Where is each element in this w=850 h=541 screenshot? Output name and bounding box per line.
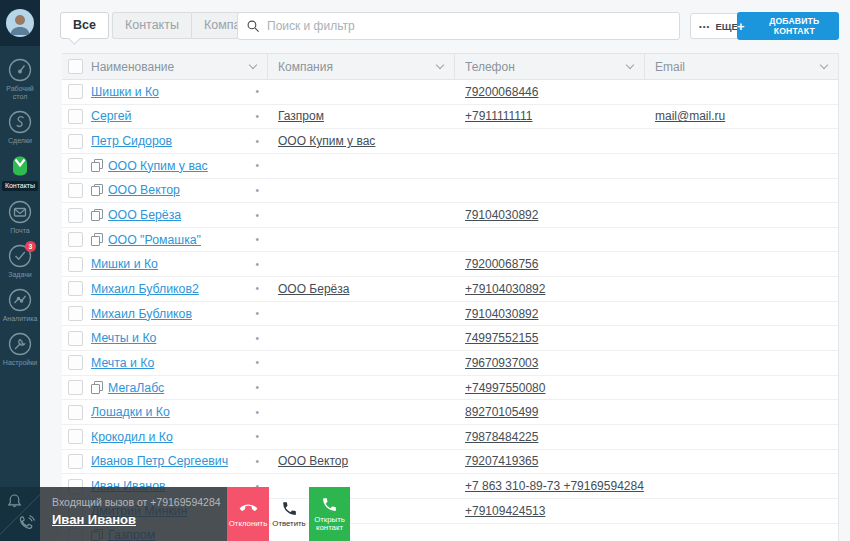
row-end-dot: • — [255, 357, 259, 368]
row-name-link[interactable]: МегаЛабс — [108, 381, 164, 395]
row-phone-link[interactable]: +7911111111 — [465, 109, 533, 123]
table-row: Сергей • Газпром +7911111111 mail@mail.r… — [62, 105, 838, 130]
row-checkbox[interactable] — [68, 405, 83, 420]
sidebar-item-contacts[interactable]: Контакты — [0, 154, 40, 191]
contacts-table: Наименование Компания Телефон Email Шишк… — [62, 53, 839, 541]
company-icon — [91, 209, 103, 222]
table-header: Наименование Компания Телефон Email — [62, 53, 838, 80]
row-end-dot: • — [255, 382, 259, 393]
row-checkbox[interactable] — [68, 183, 83, 198]
notifications-bell-icon[interactable] — [6, 492, 23, 514]
row-checkbox[interactable] — [68, 331, 83, 346]
tab-all[interactable]: Все — [60, 12, 109, 39]
table-row: Крокодил и Ко • 79878484225 — [62, 425, 838, 450]
sidebar-item-settings[interactable]: Настройки — [0, 332, 40, 367]
row-end-dot: • — [255, 185, 259, 196]
phone-icon — [281, 500, 298, 517]
row-phone-link[interactable]: 89270105499 — [465, 405, 538, 419]
decline-call-button[interactable]: Отклонить — [227, 487, 269, 541]
row-name-link[interactable]: Михаил Бубликов — [91, 307, 192, 321]
caller-name-link[interactable]: Иван Иванов — [52, 512, 136, 527]
row-name-link[interactable]: Мечты и Ко — [91, 331, 156, 345]
settings-icon — [8, 332, 32, 356]
row-phone-link[interactable]: +79109424513 — [465, 504, 545, 518]
row-name-link[interactable]: Мишки и Ко — [91, 257, 158, 271]
row-phone-link[interactable]: 79207419365 — [465, 454, 538, 468]
row-name-link[interactable]: Петр Сидоров — [91, 134, 172, 148]
sidebar-item-dashboard[interactable]: Рабочий стол — [0, 58, 40, 101]
search-input[interactable] — [267, 19, 671, 33]
call-info: Входящий вызов от +79169594284 Иван Иван… — [40, 487, 227, 541]
table-row: Петр Сидоров • ООО Купим у вас — [62, 129, 838, 154]
row-checkbox[interactable] — [68, 158, 83, 173]
row-phone-link[interactable]: 74997552155 — [465, 331, 538, 345]
row-checkbox[interactable] — [68, 454, 83, 469]
sidebar-item-mail[interactable]: Почта — [0, 200, 40, 235]
table-row: ООО "Ромашка" • — [62, 228, 838, 253]
phone-widget-icon[interactable] — [16, 513, 37, 538]
row-phone-link[interactable]: 79104030892 — [465, 307, 538, 321]
row-phone-link[interactable]: 79670937003 — [465, 356, 538, 370]
row-name-link[interactable]: Михаил Бубликов2 — [91, 282, 199, 296]
row-phone-link[interactable]: +79104030892 — [465, 282, 545, 296]
tab-contacts[interactable]: Контакты — [112, 12, 191, 39]
row-name-link[interactable]: Крокодил и Ко — [91, 430, 173, 444]
search-box — [237, 12, 680, 40]
row-checkbox[interactable] — [68, 306, 83, 321]
answer-call-button[interactable]: Ответить — [269, 487, 309, 541]
row-checkbox[interactable] — [68, 257, 83, 272]
row-phone-link[interactable]: 79878484225 — [465, 430, 538, 444]
deals-icon — [8, 110, 32, 134]
table-row: Мечта и Ко • 79670937003 — [62, 351, 838, 376]
sidebar-item-tasks[interactable]: 3 Задачи — [0, 244, 40, 279]
chevron-down-icon[interactable] — [820, 61, 828, 69]
incoming-call-bar: Входящий вызов от +79169594284 Иван Иван… — [40, 487, 350, 541]
row-checkbox[interactable] — [68, 109, 83, 124]
row-company-link[interactable]: ООО Купим у вас — [278, 134, 375, 148]
row-name-link[interactable]: ООО Берёза — [108, 208, 181, 222]
row-checkbox[interactable] — [68, 429, 83, 444]
company-icon — [91, 184, 103, 197]
row-name-link[interactable]: Шишки и Ко — [91, 85, 159, 99]
incoming-call-label: Входящий вызов от +79169594284 — [52, 496, 227, 508]
row-name-link[interactable]: ООО Купим у вас — [108, 159, 208, 173]
row-checkbox[interactable] — [68, 355, 83, 370]
chevron-down-icon[interactable] — [626, 61, 634, 69]
chevron-down-icon[interactable] — [249, 61, 257, 69]
row-checkbox[interactable] — [68, 232, 83, 247]
row-name-link[interactable]: ООО "Ромашка" — [108, 233, 201, 247]
chevron-down-icon[interactable] — [436, 61, 444, 69]
avatar-person-icon — [6, 9, 34, 37]
row-checkbox[interactable] — [68, 380, 83, 395]
select-all-checkbox[interactable] — [68, 59, 83, 74]
row-name-link[interactable]: Мечта и Ко — [91, 356, 154, 370]
row-name-link[interactable]: ООО Вектор — [108, 183, 180, 197]
row-company-link[interactable]: ООО Берёза — [278, 282, 349, 296]
sidebar-item-label: Аналитика — [3, 315, 38, 323]
table-row: Шишки и Ко • 79200068446 — [62, 80, 838, 105]
row-phone-link[interactable]: +7 863 310-89-73 +79169594284 — [465, 479, 644, 493]
dashboard-icon — [8, 58, 32, 82]
row-phone-link[interactable]: 79200068756 — [465, 257, 538, 271]
table-row: ООО Купим у вас • — [62, 154, 838, 179]
row-name-link[interactable]: Иванов Петр Сергеевич — [91, 454, 228, 468]
avatar[interactable] — [6, 9, 34, 37]
company-icon — [91, 159, 103, 172]
row-name-link[interactable]: Сергей — [91, 109, 131, 123]
open-contact-button[interactable]: Открыть контакт — [309, 487, 350, 541]
row-company-link[interactable]: Газпром — [278, 109, 324, 123]
row-company-link[interactable]: ООО Вектор — [278, 454, 348, 468]
row-checkbox[interactable] — [68, 281, 83, 296]
row-checkbox[interactable] — [68, 208, 83, 223]
add-contact-button[interactable]: + ДОБАВИТЬ КОНТАКТ — [737, 12, 839, 40]
row-checkbox[interactable] — [68, 84, 83, 99]
sidebar-item-deals[interactable]: Сделки — [0, 110, 40, 145]
row-email-link[interactable]: mail@mail.ru — [655, 109, 725, 123]
row-phone-link[interactable]: 79104030892 — [465, 208, 538, 222]
row-checkbox[interactable] — [68, 134, 83, 149]
column-header-email: Email — [645, 54, 838, 79]
sidebar-item-analytics[interactable]: Аналитика — [0, 288, 40, 323]
row-phone-link[interactable]: +74997550080 — [465, 381, 545, 395]
row-phone-link[interactable]: 79200068446 — [465, 85, 538, 99]
row-name-link[interactable]: Лошадки и Ко — [91, 405, 170, 419]
